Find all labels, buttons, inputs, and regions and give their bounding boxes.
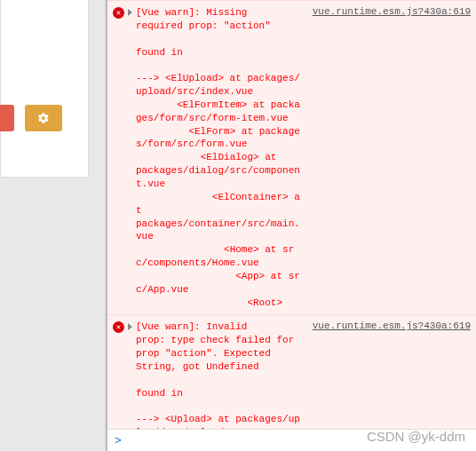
background-button-gear[interactable] — [25, 105, 62, 131]
source-link[interactable]: vue.runtime.esm.js?430a:619 — [313, 320, 471, 331]
expand-triangle-icon[interactable] — [128, 9, 132, 16]
error-icon: ✕ — [113, 321, 124, 333]
gear-icon — [37, 112, 50, 124]
prompt-chevron-icon: > — [115, 433, 122, 447]
console-error-message: ✕ [Vue warn]: Missing required prop: "ac… — [107, 0, 476, 315]
error-text[interactable]: [Vue warn]: Missing required prop: "acti… — [136, 6, 307, 309]
background-button-red[interactable] — [0, 105, 14, 131]
console-prompt[interactable]: > — [107, 429, 476, 451]
console-messages: ✕ [Vue warn]: Missing required prop: "ac… — [107, 0, 476, 429]
source-link[interactable]: vue.runtime.esm.js?430a:619 — [313, 6, 471, 17]
error-text[interactable]: [Vue warn]: Invalid prop: type check fai… — [136, 320, 307, 429]
error-icon: ✕ — [113, 7, 124, 19]
devtools-console: ✕ [Vue warn]: Missing required prop: "ac… — [107, 0, 476, 451]
background-card — [0, 0, 89, 178]
expand-triangle-icon[interactable] — [128, 323, 132, 330]
console-error-message: ✕ [Vue warn]: Invalid prop: type check f… — [107, 315, 476, 429]
